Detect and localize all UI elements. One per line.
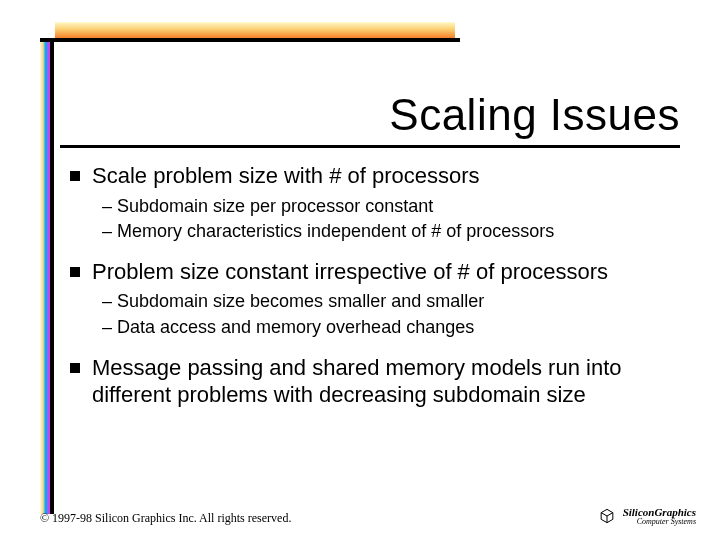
bullet-text: Problem size constant irrespective of # … — [92, 258, 608, 286]
copyright-text: © 1997-98 Silicon Graphics Inc. All righ… — [40, 511, 291, 526]
sub-list: – Subdomain size becomes smaller and sma… — [102, 289, 680, 339]
sub-bullet-text: – Subdomain size becomes smaller and sma… — [102, 289, 680, 314]
square-bullet-icon — [70, 171, 80, 181]
logo-sub-text: Computer Systems — [623, 518, 696, 526]
sgi-logo: SiliconGraphics Computer Systems — [597, 506, 696, 526]
bullet-item: Scale problem size with # of processors — [70, 162, 680, 190]
header-gradient-bar — [55, 22, 455, 38]
sub-bullet-text: – Subdomain size per processor constant — [102, 194, 680, 219]
cube-icon — [597, 506, 617, 526]
side-vertical-rule — [50, 42, 54, 514]
logo-text: SiliconGraphics Computer Systems — [623, 507, 696, 526]
square-bullet-icon — [70, 363, 80, 373]
header-horizontal-rule — [40, 38, 460, 42]
bullet-text: Scale problem size with # of processors — [92, 162, 480, 190]
sub-bullet-text: – Data access and memory overhead change… — [102, 315, 680, 340]
side-gradient-bar — [40, 42, 50, 514]
square-bullet-icon — [70, 267, 80, 277]
sub-bullet-text: – Memory characteristics independent of … — [102, 219, 680, 244]
logo-main-text: SiliconGraphics — [623, 507, 696, 518]
bullet-text: Message passing and shared memory models… — [92, 354, 680, 409]
bullet-item: Message passing and shared memory models… — [70, 354, 680, 409]
slide-title: Scaling Issues — [60, 90, 680, 140]
sub-list: – Subdomain size per processor constant … — [102, 194, 680, 244]
bullet-item: Problem size constant irrespective of # … — [70, 258, 680, 286]
slide-content: Scale problem size with # of processors … — [70, 162, 680, 413]
title-underline — [60, 145, 680, 148]
